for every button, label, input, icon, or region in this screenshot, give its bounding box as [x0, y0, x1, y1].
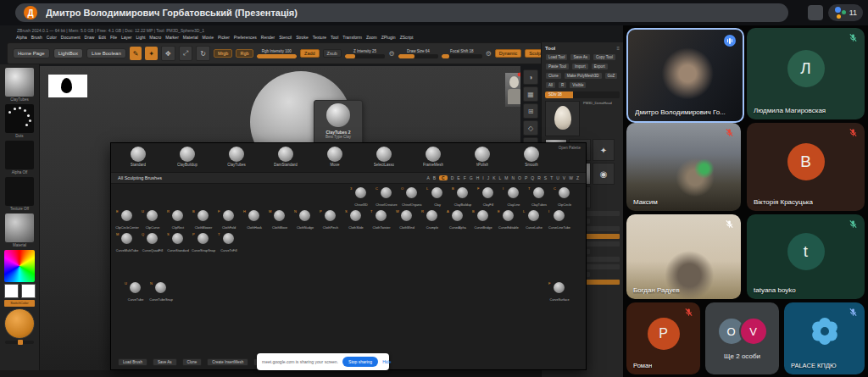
brush-item[interactable]: E CurveEditable — [496, 208, 521, 231]
zadd-toggle[interactable]: Zadd — [300, 49, 320, 58]
alphabet-letter[interactable]: O — [518, 175, 521, 180]
scale-mode-icon[interactable]: ⤢ — [179, 46, 193, 61]
rotate-mode-icon[interactable]: ↻ — [196, 46, 210, 61]
draw-mode-icon[interactable]: ✦ — [145, 47, 158, 60]
shelf-icon[interactable]: ◇ — [523, 120, 538, 136]
color-picker[interactable] — [4, 250, 35, 282]
move-mode-icon[interactable]: ✥ — [161, 46, 175, 61]
menu-item[interactable]: ZScript — [399, 35, 415, 40]
current-brush-thumbnail[interactable] — [5, 68, 34, 97]
participant-tile-maksym[interactable]: Максим — [626, 123, 741, 211]
tool-button[interactable]: Make PolyMesh3D — [564, 72, 603, 80]
menu-item[interactable]: Edit — [97, 35, 107, 40]
recent-brush-item[interactable]: FrameMesh — [409, 147, 457, 167]
layout-button[interactable] — [808, 5, 823, 20]
participant-tile-roman[interactable]: Р Роман — [626, 302, 700, 374]
tool-button[interactable]: Save As — [570, 53, 591, 61]
tool-button[interactable]: GoZ — [604, 72, 619, 80]
sculptris-gear-icon[interactable]: ⚙ — [486, 50, 492, 58]
participant-tile-tatyana[interactable]: t tatyana boyko — [747, 214, 865, 299]
brush-item[interactable]: Q CurveQuadFill — [140, 231, 165, 254]
brush-item[interactable]: B CurveBridge — [470, 208, 496, 231]
alphabet-letter[interactable]: G — [470, 175, 473, 180]
alphabet-letter[interactable]: E — [457, 175, 459, 180]
brush-item[interactable]: M CurveMultiTube — [114, 231, 140, 254]
current-texture-thumbnail[interactable] — [5, 177, 34, 206]
menu-item[interactable]: ZPlugin — [381, 35, 397, 40]
popup-footer-button[interactable]: Create InsertMesh — [207, 358, 248, 366]
brush-item[interactable]: N ClothNudge — [292, 208, 318, 231]
alphabet-letter[interactable]: J — [487, 175, 490, 180]
brush-item[interactable]: M ClothMove — [267, 208, 292, 231]
recent-brush-item[interactable]: ClayTubes — [213, 147, 260, 167]
menu-item[interactable]: Draw — [84, 35, 96, 40]
participant-tile-viktoriia[interactable]: В Вікторія Красуцька — [747, 123, 865, 211]
tool-button[interactable]: Visible — [569, 81, 587, 89]
tool-button[interactable]: Load Tool — [545, 53, 568, 61]
brush-item[interactable]: T ClayTubes — [526, 186, 552, 208]
alphabet-letter[interactable]: L — [499, 175, 502, 180]
tool-button[interactable]: All — [545, 81, 556, 89]
alphabet-letter[interactable]: Q — [531, 175, 534, 180]
menu-item[interactable]: Stroke — [295, 35, 309, 40]
alphabet-letter[interactable]: R — [537, 175, 541, 180]
participant-count-pill[interactable]: 11 — [828, 4, 863, 21]
current-color-disc[interactable] — [4, 308, 35, 339]
popup-footer-button[interactable]: Clone — [182, 358, 203, 366]
brush-item[interactable]: H ClothHook — [242, 208, 267, 231]
brush-item[interactable]: P CurveStrapSnap — [191, 231, 216, 254]
left-shelf-mini-slider[interactable] — [5, 341, 34, 344]
shelf-icon[interactable]: ▦ — [523, 86, 538, 102]
tool-button[interactable]: Import — [571, 63, 589, 70]
lightbox-button[interactable]: LightBox — [53, 48, 83, 58]
brush-item[interactable]: C ClipCircle — [552, 186, 577, 208]
brush-item[interactable]: T ClothTwister — [369, 208, 394, 231]
popup-footer-button[interactable]: Load Brush — [118, 358, 147, 366]
recent-brush-item[interactable]: Move — [311, 147, 359, 167]
rgb-intensity-slider[interactable]: Rgb Intensity 100 — [257, 49, 298, 58]
menu-item[interactable]: Alpha — [15, 35, 28, 40]
menu-item[interactable]: Transform — [342, 35, 363, 40]
brush-item[interactable]: R ClipRect — [165, 208, 191, 231]
switch-color-button[interactable]: SwitchColor — [4, 300, 35, 307]
menu-item[interactable]: Marker — [164, 35, 180, 40]
brush-item[interactable]: B ClothBlower — [191, 208, 216, 231]
sdiv-slider[interactable]: SDiv 38 — [545, 91, 620, 98]
shelf-icon[interactable]: ◑ — [523, 69, 538, 85]
brush-item[interactable]: U ClipCurve — [140, 208, 165, 231]
participant-tile-palace[interactable]: PALACE КПДЮ — [784, 302, 865, 374]
alphabet-letter[interactable]: V — [563, 175, 565, 180]
tool-thumb-star[interactable]: ✦ — [593, 139, 615, 161]
tool-button[interactable]: Paste Tool — [545, 63, 570, 70]
alphabet-letter[interactable]: A — [426, 175, 429, 180]
brush-item[interactable]: O ChiselOrganic — [399, 186, 425, 208]
main-color-swatch[interactable] — [4, 284, 19, 298]
brush-item[interactable]: U CurveTube — [123, 280, 148, 303]
alphabet-letter[interactable]: M — [504, 175, 508, 180]
brush-item[interactable]: T CurveTriFill — [216, 231, 242, 254]
secondary-color-swatch[interactable] — [21, 284, 36, 298]
recent-brush-item[interactable]: ClayBuildup — [164, 147, 211, 167]
brush-item[interactable]: F ClayFill — [476, 186, 501, 208]
focal-shift-slider[interactable]: Focal Shift 18 — [442, 49, 482, 58]
brush-item[interactable]: N CurveTubeSnap — [148, 280, 174, 303]
alphabet-letter[interactable]: B — [433, 175, 436, 180]
current-alpha-thumbnail[interactable] — [5, 141, 34, 169]
draw-size-slider[interactable]: Draw Size 64 — [398, 49, 439, 58]
rgb-toggle[interactable]: Rgb — [236, 49, 253, 58]
participant-tile-liudmyla[interactable]: Л Людмила Магировская — [747, 28, 865, 119]
recent-brush-item[interactable]: Smooth — [508, 147, 555, 167]
alphabet-letter[interactable]: I — [482, 175, 483, 180]
brush-item[interactable]: A CurveAlpha — [445, 208, 470, 231]
tool-thumb-head[interactable]: ◉ — [593, 163, 615, 185]
hide-banner-link[interactable]: Hide — [382, 359, 391, 364]
menu-item[interactable]: Zoom — [365, 35, 378, 40]
current-stroke-thumbnail[interactable] — [5, 104, 34, 133]
brush-item[interactable]: W ClothWind — [394, 208, 420, 231]
edit-mode-icon[interactable]: ✎ — [130, 47, 142, 60]
stroke-settings-gear-icon[interactable]: ⚙ — [388, 50, 394, 58]
alphabet-letter[interactable]: P — [525, 175, 527, 180]
menu-item[interactable]: Macro — [148, 35, 162, 40]
current-material-thumbnail[interactable] — [5, 213, 34, 242]
recent-brush-item[interactable]: hPolish — [459, 147, 506, 167]
